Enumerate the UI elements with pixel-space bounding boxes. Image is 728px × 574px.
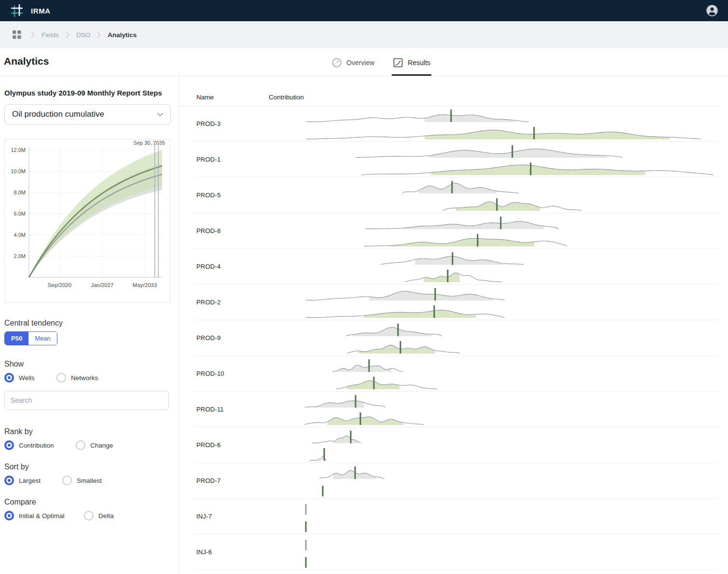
compare-radio-group: Initial & Optimal Delta xyxy=(4,511,171,520)
page-header: Analytics Overview Results xyxy=(0,48,728,76)
table-row[interactable]: INJ-7 xyxy=(194,499,718,534)
top-navbar: IRMA xyxy=(0,0,728,21)
table-row[interactable]: PROD-11 xyxy=(194,392,718,427)
svg-text:12.0M: 12.0M xyxy=(11,147,26,153)
production-cumulative-chart[interactable]: 2.0M4.0M6.0M8.0M10.0M12.0MSep/2020Jan/20… xyxy=(5,139,170,302)
well-name: PROD-2 xyxy=(194,299,304,306)
contribution-distribution-plot[interactable] xyxy=(304,320,714,355)
results-panel: Name Contribution PROD-3PROD-1PROD-5PROD… xyxy=(179,76,728,574)
study-title: Olympus study 2019-09 Monthly Report Ste… xyxy=(4,89,171,97)
radio-delta-label: Delta xyxy=(98,512,114,519)
gauge-icon xyxy=(331,57,342,68)
radio-wells[interactable] xyxy=(4,373,14,383)
contribution-distribution-plot[interactable] xyxy=(304,106,714,141)
show-radio-group: Wells Networks xyxy=(4,373,171,383)
table-row[interactable]: PROD-10 xyxy=(194,356,718,392)
production-chart-card: 2.0M4.0M6.0M8.0M10.0M12.0MSep/2020Jan/20… xyxy=(4,139,170,303)
rank-by-label: Rank by xyxy=(4,427,171,436)
contribution-distribution-plot[interactable] xyxy=(304,285,714,320)
table-row[interactable]: PROD-4 xyxy=(194,249,718,285)
radio-wells-label: Wells xyxy=(19,374,50,382)
breadcrumb-item-dso[interactable]: DSO xyxy=(76,31,90,39)
chart-annotation: Sep 30, 2035 xyxy=(134,140,165,146)
radio-largest-label: Largest xyxy=(19,477,56,484)
chevron-right-icon xyxy=(97,31,101,38)
radio-change[interactable] xyxy=(76,440,85,450)
breadcrumb-item-fields[interactable]: Fields xyxy=(41,31,59,39)
apps-grid-icon[interactable] xyxy=(13,30,21,39)
table-row[interactable]: PROD-7 xyxy=(194,463,718,499)
metric-select[interactable]: Oil production cumulative xyxy=(4,104,171,124)
contribution-rows: PROD-3PROD-1PROD-5PROD-8PROD-4PROD-2PROD… xyxy=(179,106,728,570)
well-name: PROD-9 xyxy=(194,334,304,342)
page-title: Analytics xyxy=(4,55,49,67)
radio-networks[interactable] xyxy=(56,373,66,383)
well-name: PROD-5 xyxy=(194,191,304,199)
irma-logo-icon xyxy=(10,3,24,18)
compare-label: Compare xyxy=(4,498,171,506)
table-row[interactable]: PROD-2 xyxy=(194,285,718,320)
well-name: INJ-6 xyxy=(194,548,304,556)
well-name: PROD-7 xyxy=(194,477,304,484)
svg-text:4.0M: 4.0M xyxy=(14,232,26,238)
svg-text:Jan/2027: Jan/2027 xyxy=(91,282,113,288)
sort-by-label: Sort by xyxy=(4,463,171,471)
tab-bar: Overview Results xyxy=(330,53,431,76)
svg-text:6.0M: 6.0M xyxy=(14,211,26,217)
svg-text:2.0M: 2.0M xyxy=(14,253,26,259)
chevron-right-icon xyxy=(31,31,35,38)
table-row[interactable]: PROD-5 xyxy=(194,178,718,213)
tab-overview[interactable]: Overview xyxy=(330,53,375,76)
radio-contribution[interactable] xyxy=(4,440,14,450)
well-name: PROD-10 xyxy=(194,370,304,377)
contribution-distribution-plot[interactable] xyxy=(304,213,714,248)
radio-largest[interactable] xyxy=(4,476,14,485)
tab-results[interactable]: Results xyxy=(392,53,431,76)
tab-overview-label: Overview xyxy=(346,59,374,67)
user-account-icon[interactable] xyxy=(706,4,718,17)
contribution-distribution-plot[interactable] xyxy=(304,427,714,463)
radio-smallest[interactable] xyxy=(62,476,72,485)
table-row[interactable]: INJ-6 xyxy=(194,534,718,570)
chevron-right-icon xyxy=(66,31,69,38)
contribution-distribution-plot[interactable] xyxy=(304,142,714,177)
table-row[interactable]: PROD-6 xyxy=(194,427,718,463)
radio-initial-optimal-label: Initial & Optimal xyxy=(19,512,78,519)
breadcrumb: Fields DSO Analytics xyxy=(0,21,728,48)
contribution-distribution-plot[interactable] xyxy=(304,499,714,534)
well-name: PROD-3 xyxy=(194,120,304,127)
contribution-distribution-plot[interactable] xyxy=(304,356,714,391)
central-tendency-label: Central tendency xyxy=(4,319,171,328)
radio-networks-label: Networks xyxy=(71,374,98,382)
svg-text:May/2033: May/2033 xyxy=(133,282,157,288)
table-row[interactable]: PROD-1 xyxy=(194,142,718,178)
well-name: PROD-6 xyxy=(194,441,304,449)
contribution-distribution-plot[interactable] xyxy=(304,178,714,213)
svg-text:Sep/2020: Sep/2020 xyxy=(48,282,71,288)
toggle-option-p50[interactable]: P50 xyxy=(5,332,28,345)
well-name: PROD-11 xyxy=(194,406,304,413)
contribution-distribution-plot[interactable] xyxy=(304,392,714,427)
sidebar: Olympus study 2019-09 Monthly Report Ste… xyxy=(0,76,179,574)
table-row[interactable]: PROD-8 xyxy=(194,213,718,249)
contribution-distribution-plot[interactable] xyxy=(304,534,714,570)
contribution-distribution-plot[interactable] xyxy=(304,463,714,498)
table-row[interactable]: PROD-3 xyxy=(194,106,718,142)
search-input[interactable] xyxy=(4,391,169,410)
metric-select-value: Oil production cumulative xyxy=(12,109,104,119)
column-header-name: Name xyxy=(196,94,269,101)
app-title: IRMA xyxy=(31,7,51,15)
column-header-contribution: Contribution xyxy=(269,94,304,101)
table-row[interactable]: PROD-9 xyxy=(194,320,718,356)
table-header: Name Contribution xyxy=(179,76,718,106)
results-chart-icon xyxy=(393,57,403,68)
radio-smallest-label: Smallest xyxy=(77,477,102,484)
radio-initial-optimal[interactable] xyxy=(4,511,14,520)
toggle-option-mean[interactable]: Mean xyxy=(28,332,57,345)
radio-delta[interactable] xyxy=(84,511,94,520)
radio-contribution-label: Contribution xyxy=(19,442,69,449)
contribution-distribution-plot[interactable] xyxy=(304,249,714,284)
breadcrumb-item-analytics: Analytics xyxy=(108,31,137,39)
radio-change-label: Change xyxy=(90,442,113,449)
svg-text:8.0M: 8.0M xyxy=(14,190,26,195)
